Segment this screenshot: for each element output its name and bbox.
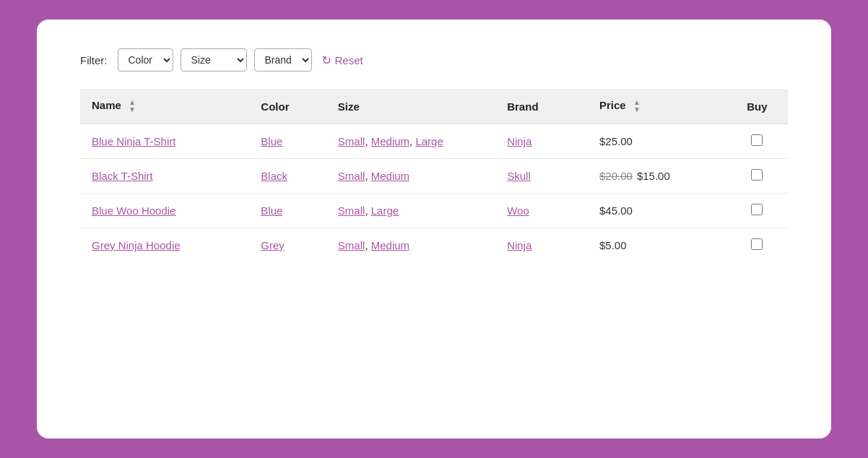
col-header-buy: Buy bbox=[726, 89, 788, 124]
product-size-link[interactable]: Small bbox=[338, 204, 365, 217]
buy-checkbox[interactable] bbox=[751, 169, 763, 181]
product-color-link[interactable]: Grey bbox=[261, 239, 285, 251]
product-name-link[interactable]: Blue Ninja T-Shirt bbox=[92, 135, 175, 147]
product-name-link[interactable]: Blue Woo Hoodie bbox=[92, 204, 175, 217]
price-sort-arrows: ▲▼ bbox=[633, 99, 641, 113]
reset-label: Reset bbox=[335, 54, 363, 66]
buy-checkbox[interactable] bbox=[751, 134, 763, 146]
product-size-link[interactable]: Small bbox=[338, 239, 365, 251]
buy-checkbox[interactable] bbox=[751, 238, 763, 250]
product-size-link[interactable]: Medium bbox=[371, 135, 409, 147]
col-header-brand: Brand bbox=[495, 89, 588, 124]
name-sort-arrows: ▲▼ bbox=[129, 99, 136, 113]
product-price: $20.00$15.00 bbox=[588, 159, 726, 194]
product-brand-link[interactable]: Skull bbox=[507, 170, 531, 182]
product-sizes: Small, Medium bbox=[326, 159, 495, 194]
product-size-link[interactable]: Large bbox=[415, 135, 443, 147]
table-row: Grey Ninja HoodieGreySmall, MediumNinja$… bbox=[80, 228, 788, 263]
price-normal: $45.00 bbox=[599, 204, 633, 217]
product-size-link[interactable]: Medium bbox=[371, 170, 409, 182]
size-filter-select[interactable]: Size Small Medium Large bbox=[181, 48, 247, 72]
product-color-link[interactable]: Blue bbox=[261, 135, 282, 147]
col-header-name[interactable]: Name ▲▼ bbox=[80, 89, 249, 124]
product-name-link[interactable]: Grey Ninja Hoodie bbox=[92, 239, 181, 251]
product-brand-link[interactable]: Ninja bbox=[507, 135, 531, 147]
buy-checkbox[interactable] bbox=[751, 204, 763, 215]
product-color-link[interactable]: Blue bbox=[261, 204, 282, 217]
price-normal: $25.00 bbox=[599, 135, 633, 147]
reset-icon: ↺ bbox=[322, 53, 331, 67]
product-color-link[interactable]: Black bbox=[261, 170, 287, 182]
table-row: Blue Woo HoodieBlueSmall, LargeWoo$45.00 bbox=[80, 194, 788, 228]
filter-label: Filter: bbox=[80, 54, 108, 66]
filter-bar: Filter: Color Blue Black Grey Size Small… bbox=[80, 48, 788, 72]
product-price: $45.00 bbox=[588, 194, 726, 228]
col-header-price[interactable]: Price ▲▼ bbox=[588, 89, 726, 124]
col-header-color: Color bbox=[249, 89, 326, 124]
product-brand-link[interactable]: Ninja bbox=[507, 239, 531, 251]
product-price: $5.00 bbox=[588, 228, 726, 263]
product-price: $25.00 bbox=[588, 124, 726, 159]
reset-button[interactable]: ↺ Reset bbox=[322, 53, 363, 67]
product-brand-link[interactable]: Woo bbox=[507, 204, 529, 217]
brand-filter-select[interactable]: Brand Ninja Skull Woo bbox=[254, 48, 312, 72]
price-original: $20.00 bbox=[599, 170, 633, 182]
main-card: Filter: Color Blue Black Grey Size Small… bbox=[37, 20, 831, 438]
product-sizes: Small, Medium, Large bbox=[326, 124, 495, 159]
price-normal: $5.00 bbox=[599, 239, 627, 251]
color-filter-select[interactable]: Color Blue Black Grey bbox=[118, 48, 173, 72]
product-sizes: Small, Large bbox=[326, 194, 495, 228]
product-sizes: Small, Medium bbox=[326, 228, 495, 263]
product-name-link[interactable]: Black T-Shirt bbox=[92, 170, 153, 182]
product-size-link[interactable]: Small bbox=[338, 170, 365, 182]
table-row: Blue Ninja T-ShirtBlueSmall, Medium, Lar… bbox=[80, 124, 788, 159]
col-header-size: Size bbox=[326, 89, 495, 124]
products-table: Name ▲▼ Color Size Brand Price ▲▼ Buy Bl… bbox=[80, 89, 788, 262]
price-sale: $15.00 bbox=[637, 170, 670, 182]
product-size-link[interactable]: Large bbox=[371, 204, 399, 217]
table-row: Black T-ShirtBlackSmall, MediumSkull$20.… bbox=[80, 159, 788, 194]
product-size-link[interactable]: Medium bbox=[371, 239, 409, 251]
table-header-row: Name ▲▼ Color Size Brand Price ▲▼ Buy bbox=[80, 89, 788, 124]
product-size-link[interactable]: Small bbox=[338, 135, 365, 147]
